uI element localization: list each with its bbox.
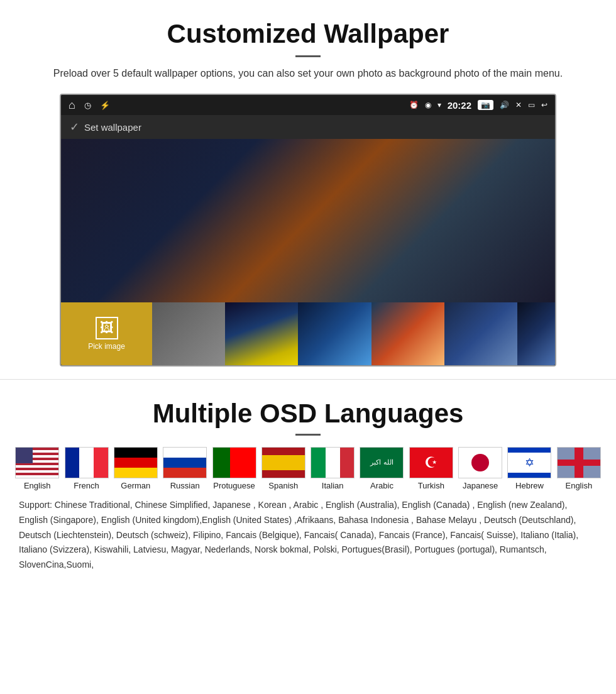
thumb-5[interactable] xyxy=(371,302,444,365)
check-icon: ✓ xyxy=(70,120,79,134)
flag-israel: ✡ xyxy=(507,447,551,478)
turkey-crescent-star: ☪ xyxy=(424,454,438,471)
arabic-text: الله اكبر xyxy=(370,458,393,466)
thumb-6[interactable] xyxy=(444,302,517,365)
flag-label-turkish: Turkish xyxy=(418,481,444,490)
statusbar-left: ⌂ ◷ ⚡ xyxy=(69,99,110,112)
device-thumbnails: 🖼 Pick image xyxy=(61,302,555,365)
flag-item-french: French xyxy=(62,447,111,490)
wallpaper-title: Customized Wallpaper xyxy=(13,19,603,49)
location-icon: ◉ xyxy=(425,101,431,109)
flag-label-russian: Russian xyxy=(170,481,200,490)
flag-usa xyxy=(15,447,59,478)
flag-label-italian: Italian xyxy=(322,481,344,490)
flag-spain xyxy=(261,447,305,478)
thumb-7[interactable] xyxy=(517,302,555,365)
window-icon: ▭ xyxy=(528,101,535,109)
close-icon: ✕ xyxy=(515,101,522,109)
clock-icon: ◷ xyxy=(84,101,91,110)
home-icon: ⌂ xyxy=(69,99,75,112)
flag-label-german: German xyxy=(121,481,150,490)
flag-germany xyxy=(114,447,158,478)
flag-label-english: English xyxy=(24,481,51,490)
flag-label-english-uk: English xyxy=(565,481,592,490)
flag-label-arabic: Arabic xyxy=(370,481,393,490)
flag-label-spanish: Spanish xyxy=(268,481,298,490)
thumb-3[interactable] xyxy=(225,302,298,365)
flag-item-german: German xyxy=(111,447,160,490)
image-icon: 🖼 xyxy=(96,317,118,339)
languages-title: Multiple OSD Languages xyxy=(13,399,603,429)
flag-label-french: French xyxy=(74,481,99,490)
wallpaper-section: Customized Wallpaper Preload over 5 defa… xyxy=(0,0,616,380)
flag-france xyxy=(65,447,109,478)
flag-item-turkish: ☪ Turkish xyxy=(407,447,456,490)
flag-italy xyxy=(311,447,355,478)
back-icon: ↩ xyxy=(541,101,547,109)
flag-label-hebrew: Hebrew xyxy=(515,481,544,490)
alarm-icon: ⏰ xyxy=(409,101,419,109)
flag-item-english: English xyxy=(13,447,62,490)
device-main-display xyxy=(61,139,555,302)
set-wallpaper-label: Set wallpaper xyxy=(84,122,141,133)
support-text: Support: Chinese Traditional, Chinese Si… xyxy=(13,498,603,573)
flag-item-japanese: Japanese xyxy=(456,447,505,490)
device-frame: ⌂ ◷ ⚡ ⏰ ◉ ▾ 20:22 📷 🔊 ✕ ▭ ↩ ✓ Set wallpa… xyxy=(60,94,556,366)
flag-label-japanese: Japanese xyxy=(463,481,498,490)
flag-turkey: ☪ xyxy=(409,447,453,478)
flag-item-italian: Italian xyxy=(308,447,357,490)
status-time: 20:22 xyxy=(448,100,471,111)
device-statusbar: ⌂ ◷ ⚡ ⏰ ◉ ▾ 20:22 📷 🔊 ✕ ▭ ↩ xyxy=(61,95,555,115)
flag-item-spanish: Spanish xyxy=(259,447,308,490)
statusbar-right: ⏰ ◉ ▾ 20:22 📷 🔊 ✕ ▭ ↩ xyxy=(409,100,547,111)
usb-icon: ⚡ xyxy=(100,101,110,110)
japan-circle xyxy=(471,454,489,471)
flag-label-portuguese: Protuguese xyxy=(213,481,255,490)
flag-item-arabic: الله اكبر Arabic xyxy=(357,447,406,490)
section-divider xyxy=(295,55,321,57)
thumb-2[interactable] xyxy=(152,302,225,365)
pick-image-thumb[interactable]: 🖼 Pick image xyxy=(61,302,152,365)
flags-row: English French German xyxy=(13,447,603,490)
thumb-4[interactable] xyxy=(298,302,371,365)
flag-japan xyxy=(458,447,502,478)
flag-item-english-uk: English xyxy=(554,447,603,490)
flag-portugal xyxy=(212,447,256,478)
flag-uk xyxy=(557,447,601,478)
camera-icon: 📷 xyxy=(478,100,493,110)
wifi-icon: ▾ xyxy=(437,101,441,109)
volume-icon: 🔊 xyxy=(500,101,509,109)
pick-image-label: Pick image xyxy=(88,342,125,351)
flag-russia xyxy=(163,447,207,478)
flag-arabic: الله اكبر xyxy=(360,447,404,478)
flag-item-russian: Russian xyxy=(160,447,209,490)
wallpaper-description: Preload over 5 default wallpaper options… xyxy=(31,66,585,81)
languages-section: Multiple OSD Languages English French xyxy=(0,380,616,585)
flag-item-portuguese: Protuguese xyxy=(209,447,258,490)
languages-divider xyxy=(295,434,321,436)
device-toolbar: ✓ Set wallpaper xyxy=(61,115,555,139)
flag-item-hebrew: ✡ Hebrew xyxy=(505,447,554,490)
